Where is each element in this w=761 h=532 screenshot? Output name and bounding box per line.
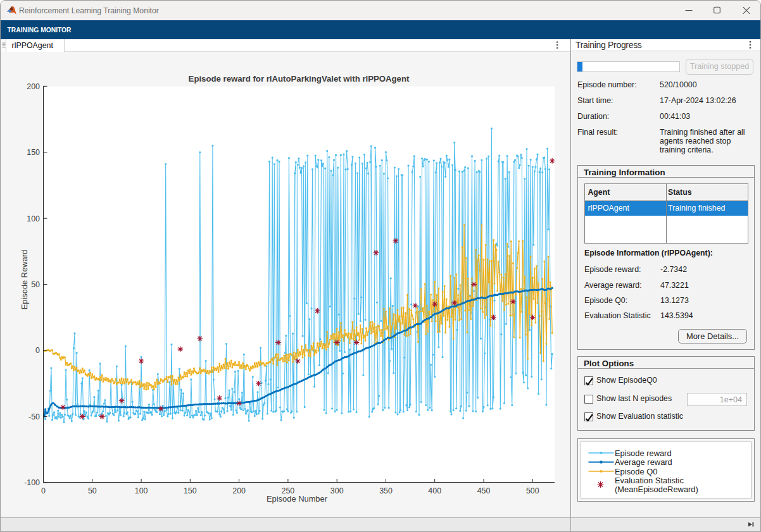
svg-text:Episode reward: Episode reward (615, 448, 672, 458)
svg-text:Episode Number: Episode Number (267, 494, 328, 504)
svg-text:150: 150 (184, 486, 197, 495)
svg-text:Average reward: Average reward (615, 457, 672, 467)
svg-text:0: 0 (35, 346, 40, 355)
svg-text:200: 200 (27, 82, 40, 91)
svg-text:100: 100 (135, 486, 148, 495)
svg-text:Episode Q0: Episode Q0 (615, 467, 657, 476)
svg-text:-50: -50 (28, 412, 40, 421)
svg-text:-100: -100 (24, 478, 40, 487)
svg-text:Evaluation Statistic: Evaluation Statistic (615, 476, 684, 485)
svg-text:0: 0 (41, 486, 46, 495)
svg-text:150: 150 (27, 148, 40, 157)
svg-text:Episode reward for rlAutoParki: Episode reward for rlAutoParkingValet wi… (189, 74, 410, 84)
svg-text:500: 500 (526, 486, 539, 495)
svg-text:50: 50 (31, 280, 40, 289)
svg-text:350: 350 (379, 486, 393, 495)
svg-text:50: 50 (88, 486, 97, 495)
svg-text:200: 200 (232, 486, 246, 495)
svg-text:100: 100 (27, 214, 40, 223)
svg-text:400: 400 (428, 486, 441, 495)
svg-text:Episode Reward: Episode Reward (20, 250, 29, 310)
svg-text:300: 300 (330, 486, 344, 495)
svg-text:(MeanEpisodeReward): (MeanEpisodeReward) (615, 485, 698, 494)
svg-text:450: 450 (477, 486, 491, 495)
